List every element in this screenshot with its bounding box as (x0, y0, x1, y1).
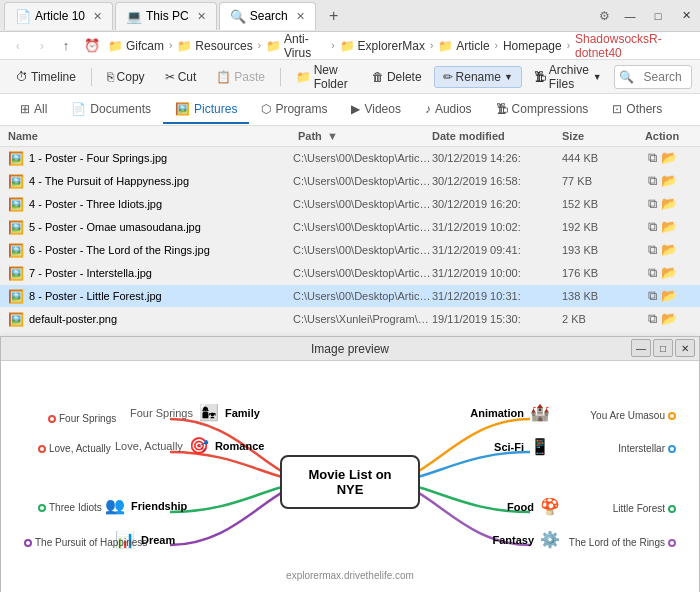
new-folder-icon: 📁 (296, 70, 311, 84)
filter-tab-all[interactable]: ⊞ All (8, 96, 59, 124)
copy-button[interactable]: ⎘ Copy (99, 67, 153, 87)
folder-action-icon[interactable]: 📂 (661, 288, 677, 304)
file-icon: 🖼️ (8, 220, 24, 235)
file-actions-cell: ⧉ 📂 (632, 265, 692, 281)
copy-action-icon[interactable]: ⧉ (648, 311, 657, 327)
preview-minimize[interactable]: — (631, 339, 651, 357)
mindmap-website: explorermax.drivethelife.com (286, 570, 414, 581)
filter-tab-others[interactable]: ⊡ Others (600, 96, 674, 124)
compressions-icon: 🗜 (496, 102, 508, 116)
filter-tab-programs[interactable]: ⬡ Programs (249, 96, 339, 124)
folder-action-icon[interactable]: 📂 (661, 150, 677, 166)
archive-button[interactable]: 🗜 Archive Files ▼ (526, 60, 610, 94)
table-row[interactable]: 🖼️ 4 - Poster - Three Idiots.jpg C:\User… (0, 193, 700, 216)
close-button[interactable]: ✕ (672, 2, 700, 30)
back-button[interactable]: ‹ (6, 34, 30, 58)
pictures-icon: 🖼️ (175, 102, 190, 116)
folder-action-icon[interactable]: 📂 (661, 219, 677, 235)
explorermax-folder-icon: 📁 (340, 39, 355, 53)
delete-button[interactable]: 🗑 Delete (364, 67, 430, 87)
table-row[interactable]: 🖼️ default-poster.png C:\Users\Xunlei\Pr… (0, 308, 700, 331)
folder-action-icon[interactable]: 📂 (661, 265, 677, 281)
copy-action-icon[interactable]: ⧉ (648, 265, 657, 281)
table-row[interactable]: 🖼️ 5 - Poster - Omae umasoudana.jpg C:\U… (0, 216, 700, 239)
table-row[interactable]: 🖼️ 1 - Poster - Four Springs.jpg C:\User… (0, 147, 700, 170)
forward-button[interactable]: › (30, 34, 54, 58)
file-path-cell: C:\Users\Xunlei\Program\resources\app\ (293, 313, 432, 325)
breadcrumb-gifcam[interactable]: 📁 Gifcam (104, 37, 168, 55)
rename-button[interactable]: ✏ Rename ▼ (434, 66, 522, 88)
copy-action-icon[interactable]: ⧉ (648, 150, 657, 166)
preview-close[interactable]: ✕ (675, 339, 695, 357)
tab-search[interactable]: 🔍 Search ✕ (219, 2, 316, 30)
col-header-date[interactable]: Date modified (432, 130, 562, 142)
table-row[interactable]: 🖼️ 8 - Poster - Little Forest.jpg C:\Use… (0, 285, 700, 308)
filter-tab-videos[interactable]: ▶ Videos (339, 96, 412, 124)
tab-thispc-close[interactable]: ✕ (197, 10, 206, 23)
tab-thispc[interactable]: 💻 This PC ✕ (115, 2, 217, 30)
cut-button[interactable]: ✂ Cut (157, 67, 205, 87)
others-icon: ⊡ (612, 102, 622, 116)
new-tab-button[interactable]: + (322, 4, 346, 28)
all-icon: ⊞ (20, 102, 30, 116)
new-folder-button[interactable]: 📁 New Folder (288, 60, 360, 94)
file-size-cell: 77 KB (562, 175, 632, 187)
file-path-cell: C:\Users\00\Desktop\Article 10 (293, 152, 432, 164)
antivirus-folder-icon: 📁 (266, 39, 281, 53)
breadcrumb-article[interactable]: 📁 Article (434, 37, 493, 55)
file-size-cell: 176 KB (562, 267, 632, 279)
tab-article10-close[interactable]: ✕ (93, 10, 102, 23)
settings-icon[interactable]: ⚙ (599, 9, 610, 23)
folder-action-icon[interactable]: 📂 (661, 196, 677, 212)
copy-action-icon[interactable]: ⧉ (648, 196, 657, 212)
tab-search-close[interactable]: ✕ (296, 10, 305, 23)
col-header-name[interactable]: Name (8, 130, 298, 142)
copy-action-icon[interactable]: ⧉ (648, 242, 657, 258)
tab-article10-label: Article 10 (35, 9, 85, 23)
file-rows: 🖼️ 1 - Poster - Four Springs.jpg C:\User… (0, 147, 700, 331)
file-actions-cell: ⧉ 📂 (632, 173, 692, 189)
file-path-cell: C:\Users\00\Desktop\Article 10 (293, 290, 432, 302)
title-bar: 📄 Article 10 ✕ 💻 This PC ✕ 🔍 Search ✕ + … (0, 0, 700, 32)
preview-maximize[interactable]: □ (653, 339, 673, 357)
file-actions-cell: ⧉ 📂 (632, 219, 692, 235)
circle-lordofrings (668, 539, 676, 547)
table-row[interactable]: 🖼️ 4 - The Pursuit of Happyness.jpg C:\U… (0, 170, 700, 193)
breadcrumb-resources[interactable]: 📁 Resources (173, 37, 256, 55)
col-header-size[interactable]: Size (562, 130, 632, 142)
search-input[interactable] (638, 67, 692, 87)
tab-article10[interactable]: 📄 Article 10 ✕ (4, 2, 113, 30)
copy-action-icon[interactable]: ⧉ (648, 219, 657, 235)
file-size-cell: 138 KB (562, 290, 632, 302)
col-header-path[interactable]: Path ▼ (298, 130, 432, 142)
folder-action-icon[interactable]: 📂 (661, 242, 677, 258)
file-date-cell: 31/12/2019 09:41: (432, 244, 562, 256)
breadcrumb-antivirus[interactable]: 📁 Anti-Virus (262, 30, 330, 62)
minimize-button[interactable]: — (616, 2, 644, 30)
left-node-family: Four Springs 👩‍👧 Family (130, 403, 260, 422)
table-row[interactable]: 🖼️ 7 - Poster - Interstella.jpg C:\Users… (0, 262, 700, 285)
folder-action-icon[interactable]: 📂 (661, 173, 677, 189)
circle-foursprings (48, 415, 56, 423)
breadcrumb-homepage[interactable]: Homepage (499, 37, 566, 55)
search-icon: 🔍 (615, 67, 638, 87)
folder-action-icon[interactable]: 📂 (661, 311, 677, 327)
breadcrumb-explorermax[interactable]: 📁 ExplorerMax (336, 37, 429, 55)
filter-tab-compressions[interactable]: 🗜 Compressions (484, 96, 601, 124)
file-name-cell: 🖼️ default-poster.png (8, 312, 293, 327)
file-path-cell: C:\Users\00\Desktop\Article 10 (293, 198, 432, 210)
copy-action-icon[interactable]: ⧉ (648, 288, 657, 304)
filter-tab-documents[interactable]: 📄 Documents (59, 96, 163, 124)
timeline-button[interactable]: ⏱ Timeline (8, 67, 84, 87)
copy-action-icon[interactable]: ⧉ (648, 173, 657, 189)
breadcrumb-shadowsocks[interactable]: ShadowsocksR-dotnet40 (571, 30, 694, 62)
filter-tab-pictures[interactable]: 🖼️ Pictures (163, 96, 249, 124)
table-row[interactable]: 🖼️ 6 - Poster - The Lord of the Rings.jp… (0, 239, 700, 262)
filter-tab-audios[interactable]: ♪ Audios (413, 96, 484, 124)
archive-icon: 🗜 (534, 70, 546, 84)
paste-button[interactable]: 📋 Paste (208, 67, 273, 87)
maximize-button[interactable]: □ (644, 2, 672, 30)
up-button[interactable]: ↑ (54, 34, 78, 58)
circle-loveactually (38, 445, 46, 453)
tab-search-icon: 🔍 (230, 9, 246, 24)
